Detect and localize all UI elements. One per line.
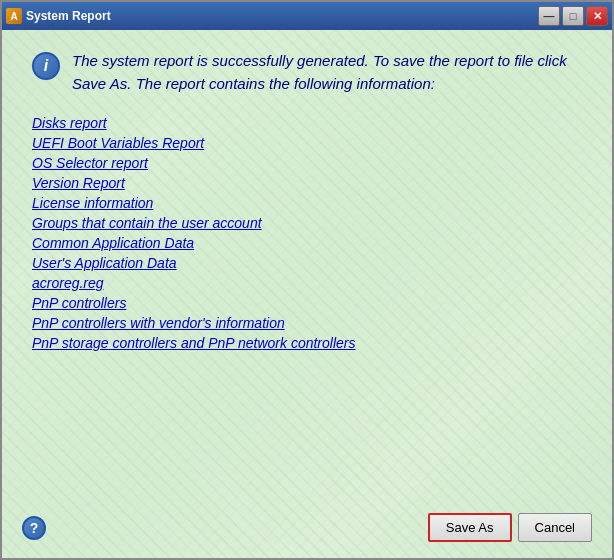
titlebar-buttons: — □ ✕ xyxy=(538,6,608,26)
link-groups[interactable]: Groups that contain the user account xyxy=(32,215,582,231)
app-icon: A xyxy=(6,8,22,24)
content-area: i The system report is successfully gene… xyxy=(2,30,612,371)
close-button[interactable]: ✕ xyxy=(586,6,608,26)
maximize-button[interactable]: □ xyxy=(562,6,584,26)
window-title: System Report xyxy=(26,9,111,23)
help-icon[interactable]: ? xyxy=(22,516,46,540)
link-common-app-data[interactable]: Common Application Data xyxy=(32,235,582,251)
system-report-window: A System Report — □ ✕ i The system repor… xyxy=(0,0,614,560)
info-icon: i xyxy=(32,52,60,80)
message-area: i The system report is successfully gene… xyxy=(32,50,582,95)
link-user-app-data[interactable]: User's Application Data xyxy=(32,255,582,271)
links-section: Disks report UEFI Boot Variables Report … xyxy=(32,115,582,351)
link-version-report[interactable]: Version Report xyxy=(32,175,582,191)
link-license[interactable]: License information xyxy=(32,195,582,211)
link-pnp-storage[interactable]: PnP storage controllers and PnP network … xyxy=(32,335,582,351)
link-disks-report[interactable]: Disks report xyxy=(32,115,582,131)
link-os-selector[interactable]: OS Selector report xyxy=(32,155,582,171)
footer: ? Save As Cancel xyxy=(2,513,612,542)
footer-buttons: Save As Cancel xyxy=(428,513,592,542)
link-pnp-vendor[interactable]: PnP controllers with vendor's informatio… xyxy=(32,315,582,331)
message-text: The system report is successfully genera… xyxy=(72,50,582,95)
link-acroreg[interactable]: acroreg.reg xyxy=(32,275,582,291)
titlebar-left: A System Report xyxy=(6,8,111,24)
cancel-button[interactable]: Cancel xyxy=(518,513,592,542)
link-uefi-boot[interactable]: UEFI Boot Variables Report xyxy=(32,135,582,151)
save-as-button[interactable]: Save As xyxy=(428,513,512,542)
link-pnp-controllers[interactable]: PnP controllers xyxy=(32,295,582,311)
titlebar: A System Report — □ ✕ xyxy=(2,2,612,30)
minimize-button[interactable]: — xyxy=(538,6,560,26)
